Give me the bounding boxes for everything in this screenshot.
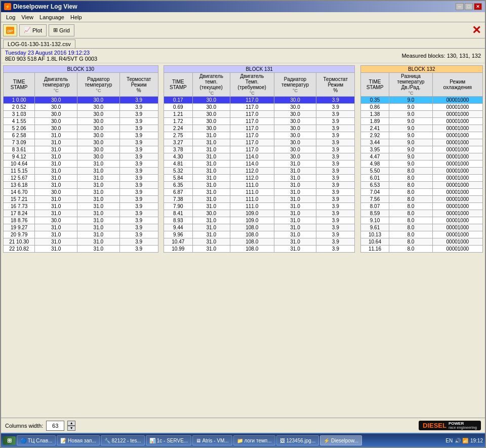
col-width-down[interactable]: ▼ <box>67 426 75 431</box>
tray-icons: 🔊 📶 <box>455 438 468 443</box>
toolbar: DP 📈 Plot ⊞ Grid ✕ <box>1 22 485 38</box>
menu-language[interactable]: Language <box>36 13 67 21</box>
block-130-header: BLOCK 130 <box>4 66 158 73</box>
table-row: 8 3.6131.030.03.93.7831.0117.030.03.93.9… <box>4 146 483 153</box>
table-row: 6 2.5831.030.03.92.7531.0117.030.03.92.9… <box>4 132 483 139</box>
start-button[interactable]: ⊞ <box>3 436 16 445</box>
th-131-3: Радиатортемператур°C <box>274 73 316 97</box>
table-row: 5 2.0630.030.03.92.2430.0117.030.03.92.4… <box>4 125 483 132</box>
taskbar-item-1[interactable]: 📝 Новая зап... <box>57 435 99 445</box>
block-header-row: BLOCK 130 BLOCK 131 BLOCK 132 <box>4 66 483 73</box>
taskbar-item-3[interactable]: 📊 1с - SERVE... <box>146 435 191 445</box>
th-131-4: ТермостатРежим% <box>316 73 355 97</box>
info-date: Tuesday 23 August 2016 19:12:23 <box>5 50 97 56</box>
table-row: 16 7.7331.031.03.97.9031.0111.031.03.98.… <box>4 203 483 210</box>
block-132-header: BLOCK 132 <box>360 66 482 73</box>
th-130-1: Двигательтемператур°C <box>35 73 77 97</box>
taskbar-item-4[interactable]: 🖥 Atris - VM... <box>192 435 232 445</box>
menu-view[interactable]: View <box>18 13 36 21</box>
window-title: Dieselpower Log View <box>13 3 77 10</box>
app-icon: ⚡ <box>4 3 11 10</box>
logo-text-sub: race engineering <box>449 426 477 429</box>
col-header-row: TIMESTAMP Двигательтемператур°C Радиатор… <box>4 73 483 97</box>
col-width-up[interactable]: ▲ <box>67 421 75 426</box>
table-row: 21 10.3031.031.03.910.4731.0108.031.03.9… <box>4 238 483 246</box>
th-132-ts: TIMESTAMP <box>360 73 389 97</box>
th-132-1: РазницатемпературДв./Рад.°C <box>389 73 432 97</box>
menu-help[interactable]: Help <box>67 13 85 21</box>
table-row: 3 1.0330.030.03.91.2130.0117.030.03.91.3… <box>4 111 483 118</box>
sys-tray: EN 🔊 📶 19:12 <box>446 438 483 443</box>
info-bar: Tuesday 23 August 2016 19:12:23 8E0 903 … <box>1 49 485 63</box>
table-row: 2 0.5230.030.03.90.6930.0117.030.03.90.8… <box>4 104 483 111</box>
menu-bar: Log View Language Help <box>1 12 485 22</box>
taskbar-right: EN 🔊 📶 19:12 <box>446 438 483 443</box>
grid-icon: ⊞ <box>53 27 58 33</box>
table-row: 14 6.7030.031.03.96.8731.0111.031.03.97.… <box>4 189 483 196</box>
th-130-2: Радиатортемператур°C <box>77 73 120 97</box>
file-tab[interactable]: LOG-01-130-131-132.csv <box>3 39 75 48</box>
table-row: 10 4.6431.031.03.94.8131.0114.031.03.94.… <box>4 160 483 168</box>
table-row: 22 10.8231.031.03.910.9931.0108.031.03.9… <box>4 246 483 253</box>
logo-text-power: POWER <box>449 422 477 426</box>
menu-log[interactable]: Log <box>3 13 18 21</box>
table-row: 7 3.0931.030.03.93.2731.0117.030.03.93.4… <box>4 139 483 146</box>
app-logo-button[interactable]: DP <box>3 24 17 36</box>
maximize-button[interactable]: □ <box>465 3 473 10</box>
grid-button[interactable]: ⊞ Grid <box>49 24 74 36</box>
table-row: 19 9.2731.031.03.99.4431.0108.031.03.99.… <box>4 224 483 231</box>
svg-text:DP: DP <box>7 29 13 33</box>
table-row: 13 6.1831.031.03.96.3531.0111.031.03.96.… <box>4 182 483 189</box>
plot-icon: 📈 <box>24 27 31 33</box>
block-131-header: BLOCK 131 <box>164 66 354 73</box>
close-button[interactable]: ✕ <box>474 3 482 10</box>
close-x-button[interactable]: ✕ <box>472 24 481 37</box>
th-131-1: Двигательтемп.(текущее)°C <box>192 73 230 97</box>
file-tab-bar: LOG-01-130-131-132.csv <box>1 38 485 49</box>
table-row: 12 5.6731.031.03.95.8431.0112.031.03.96.… <box>4 175 483 182</box>
table-row: 9 4.1231.030.03.94.3031.0114.030.03.94.4… <box>4 153 483 160</box>
table-row: 17 8.2431.031.03.98.4130.0109.031.03.98.… <box>4 210 483 217</box>
table-row: 4 1.5530.030.03.91.7230.0117.030.03.91.8… <box>4 118 483 125</box>
taskbar-item-2[interactable]: 🔧 82122 - tes... <box>101 435 145 445</box>
minimize-button[interactable]: ─ <box>456 3 464 10</box>
table-row: 15 7.2131.031.03.97.3831.0111.031.03.97.… <box>4 196 483 203</box>
th-131-ts: TIMESTAMP <box>164 73 192 97</box>
th-132-2: Режимохлаждения <box>432 73 482 97</box>
table-row: 11 5.1531.031.03.95.3231.0112.031.03.95.… <box>4 168 483 175</box>
title-bar: ⚡ Dieselpower Log View ─ □ ✕ <box>1 1 485 12</box>
taskbar-item-6[interactable]: 🖼 123456.jpg... <box>276 435 319 445</box>
main-window: ⚡ Dieselpower Log View ─ □ ✕ Log View La… <box>0 0 486 448</box>
language-indicator: EN <box>446 438 453 443</box>
col-width-input[interactable] <box>46 421 64 431</box>
plot-button[interactable]: 📈 Plot <box>19 24 47 36</box>
th-130-ts: TIMESTAMP <box>4 73 35 97</box>
taskbar-item-7[interactable]: ⚡ Dieselpow... <box>320 435 362 445</box>
bottom-bar: Columns width: ▲ ▼ DIESEL POWER race eng… <box>1 418 485 433</box>
main-content: BLOCK 130 BLOCK 131 BLOCK 132 TIMESTAMP … <box>1 63 485 418</box>
info-measured-blocks: Measured blocks: 130, 131, 132 <box>401 53 481 59</box>
th-131-2: ДвигательТемп.(требуемое)°C <box>230 73 274 97</box>
dieselpower-logo: DIESEL POWER race engineering <box>419 421 481 430</box>
logo-text-dp: DIESEL <box>423 422 447 429</box>
table-body: 1 0.0030.030.03.90.1730.0117.030.03.90.3… <box>4 97 483 253</box>
th-130-3: ТермостатРежим% <box>119 73 158 97</box>
table-row: 20 9.7931.031.03.99.9631.0108.031.03.910… <box>4 231 483 238</box>
clock: 19:12 <box>470 438 483 443</box>
table-row: 1 0.0030.030.03.90.1730.0117.030.03.90.3… <box>4 97 483 104</box>
taskbar-item-5[interactable]: 📁 логи темп... <box>233 435 275 445</box>
window-controls: ─ □ ✕ <box>456 3 482 10</box>
taskbar: ⊞ 🔵 ТЦ Слав... 📝 Новая зап... 🔧 82122 - … <box>1 433 485 447</box>
info-ecu: 8E0 903 518 AF 1.8L R4/5VT G 0003 <box>5 56 97 62</box>
table-row: 18 8.7630.031.03.98.9331.0109.031.03.99.… <box>4 217 483 224</box>
col-width-label: Columns width: <box>5 423 43 429</box>
data-table: BLOCK 130 BLOCK 131 BLOCK 132 TIMESTAMP … <box>3 65 483 253</box>
taskbar-item-0[interactable]: 🔵 ТЦ Слав... <box>17 435 56 445</box>
